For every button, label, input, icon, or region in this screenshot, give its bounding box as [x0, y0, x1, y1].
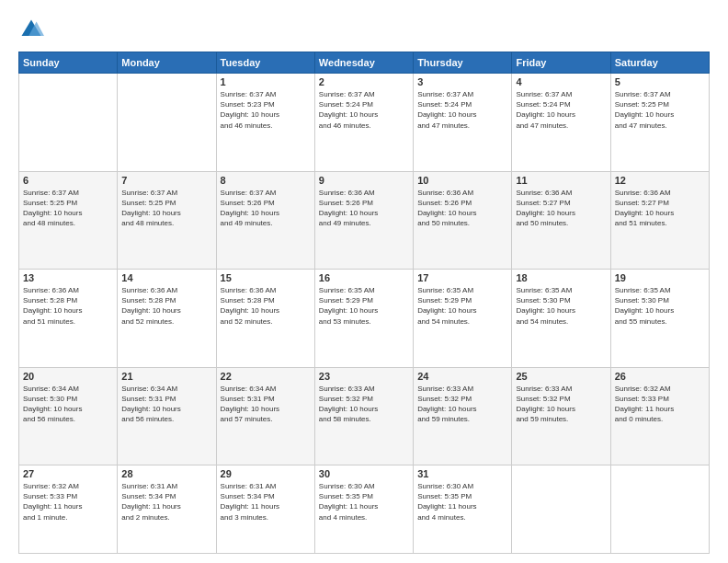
calendar-cell: 11Sunrise: 6:36 AMSunset: 5:27 PMDayligh… [512, 171, 610, 270]
calendar-cell: 13Sunrise: 6:36 AMSunset: 5:28 PMDayligh… [19, 270, 118, 368]
calendar-cell: 31Sunrise: 6:30 AMSunset: 5:35 PMDayligh… [414, 465, 512, 554]
calendar-cell: 30Sunrise: 6:30 AMSunset: 5:35 PMDayligh… [314, 465, 413, 554]
calendar-cell: 16Sunrise: 6:35 AMSunset: 5:29 PMDayligh… [314, 270, 413, 368]
cell-content: Sunrise: 6:34 AMSunset: 5:31 PMDaylight:… [221, 384, 311, 425]
calendar-cell: 1Sunrise: 6:37 AMSunset: 5:23 PMDaylight… [216, 74, 314, 172]
logo-icon [18, 17, 44, 42]
calendar-cell: 24Sunrise: 6:33 AMSunset: 5:32 PMDayligh… [414, 367, 512, 465]
calendar-week-1: 1Sunrise: 6:37 AMSunset: 5:23 PMDaylight… [19, 74, 710, 172]
day-number: 24 [417, 371, 507, 382]
cell-content: Sunrise: 6:36 AMSunset: 5:28 PMDaylight:… [23, 285, 113, 327]
calendar-cell [610, 465, 709, 554]
calendar-header-thursday: Thursday [414, 52, 512, 74]
day-number: 12 [615, 175, 705, 186]
calendar-cell: 19Sunrise: 6:35 AMSunset: 5:30 PMDayligh… [610, 270, 709, 368]
day-number: 2 [319, 76, 409, 87]
calendar-week-5: 27Sunrise: 6:32 AMSunset: 5:33 PMDayligh… [19, 465, 710, 554]
cell-content: Sunrise: 6:35 AMSunset: 5:30 PMDaylight:… [615, 285, 705, 327]
cell-content: Sunrise: 6:36 AMSunset: 5:27 PMDaylight:… [516, 188, 606, 229]
day-number: 15 [221, 272, 311, 283]
cell-content: Sunrise: 6:35 AMSunset: 5:30 PMDaylight:… [516, 285, 606, 327]
day-number: 18 [516, 272, 606, 283]
day-number: 13 [23, 272, 113, 283]
cell-content: Sunrise: 6:36 AMSunset: 5:28 PMDaylight:… [221, 285, 311, 327]
day-number: 23 [319, 371, 409, 382]
calendar-header-friday: Friday [512, 52, 610, 74]
day-number: 30 [319, 468, 409, 479]
day-number: 11 [516, 175, 606, 186]
calendar-cell: 15Sunrise: 6:36 AMSunset: 5:28 PMDayligh… [216, 270, 314, 368]
day-number: 25 [516, 371, 606, 382]
cell-content: Sunrise: 6:35 AMSunset: 5:29 PMDaylight:… [319, 285, 409, 327]
calendar-cell: 18Sunrise: 6:35 AMSunset: 5:30 PMDayligh… [512, 270, 610, 368]
calendar-cell: 26Sunrise: 6:32 AMSunset: 5:33 PMDayligh… [610, 367, 709, 465]
cell-content: Sunrise: 6:37 AMSunset: 5:24 PMDaylight:… [319, 89, 409, 131]
calendar-header-tuesday: Tuesday [216, 52, 314, 74]
cell-content: Sunrise: 6:34 AMSunset: 5:31 PMDaylight:… [121, 384, 211, 425]
cell-content: Sunrise: 6:34 AMSunset: 5:30 PMDaylight:… [23, 384, 113, 425]
cell-content: Sunrise: 6:35 AMSunset: 5:29 PMDaylight:… [417, 285, 507, 327]
calendar-cell: 21Sunrise: 6:34 AMSunset: 5:31 PMDayligh… [118, 367, 216, 465]
logo [18, 17, 48, 42]
calendar-cell: 25Sunrise: 6:33 AMSunset: 5:32 PMDayligh… [512, 367, 610, 465]
cell-content: Sunrise: 6:37 AMSunset: 5:26 PMDaylight:… [221, 188, 311, 229]
cell-content: Sunrise: 6:33 AMSunset: 5:32 PMDaylight:… [516, 384, 606, 425]
cell-content: Sunrise: 6:37 AMSunset: 5:24 PMDaylight:… [516, 89, 606, 131]
cell-content: Sunrise: 6:31 AMSunset: 5:34 PMDaylight:… [221, 481, 311, 523]
calendar-cell: 3Sunrise: 6:37 AMSunset: 5:24 PMDaylight… [414, 74, 512, 172]
calendar-cell: 28Sunrise: 6:31 AMSunset: 5:34 PMDayligh… [118, 465, 216, 554]
cell-content: Sunrise: 6:36 AMSunset: 5:28 PMDaylight:… [121, 285, 211, 327]
calendar-header-saturday: Saturday [610, 52, 709, 74]
calendar-cell: 7Sunrise: 6:37 AMSunset: 5:25 PMDaylight… [118, 171, 216, 270]
day-number: 27 [23, 468, 113, 479]
header [18, 17, 710, 42]
cell-content: Sunrise: 6:36 AMSunset: 5:27 PMDaylight:… [615, 188, 705, 229]
calendar-header-row: SundayMondayTuesdayWednesdayThursdayFrid… [19, 52, 710, 74]
calendar-cell: 4Sunrise: 6:37 AMSunset: 5:24 PMDaylight… [512, 74, 610, 172]
calendar-cell: 27Sunrise: 6:32 AMSunset: 5:33 PMDayligh… [19, 465, 118, 554]
calendar-cell: 5Sunrise: 6:37 AMSunset: 5:25 PMDaylight… [610, 74, 709, 172]
day-number: 4 [516, 76, 606, 87]
day-number: 7 [121, 175, 211, 186]
calendar-cell [118, 74, 216, 172]
day-number: 14 [121, 272, 211, 283]
day-number: 29 [221, 468, 311, 479]
calendar-cell [19, 74, 118, 172]
day-number: 21 [121, 371, 211, 382]
day-number: 22 [221, 371, 311, 382]
calendar-cell: 2Sunrise: 6:37 AMSunset: 5:24 PMDaylight… [314, 74, 413, 172]
day-number: 9 [319, 175, 409, 186]
day-number: 19 [615, 272, 705, 283]
cell-content: Sunrise: 6:37 AMSunset: 5:25 PMDaylight:… [23, 188, 113, 229]
calendar-cell: 9Sunrise: 6:36 AMSunset: 5:26 PMDaylight… [314, 171, 413, 270]
cell-content: Sunrise: 6:36 AMSunset: 5:26 PMDaylight:… [417, 188, 507, 229]
day-number: 3 [417, 76, 507, 87]
cell-content: Sunrise: 6:31 AMSunset: 5:34 PMDaylight:… [121, 481, 211, 523]
day-number: 16 [319, 272, 409, 283]
calendar-cell: 10Sunrise: 6:36 AMSunset: 5:26 PMDayligh… [414, 171, 512, 270]
page: SundayMondayTuesdayWednesdayThursdayFrid… [0, 0, 728, 563]
calendar-cell: 29Sunrise: 6:31 AMSunset: 5:34 PMDayligh… [216, 465, 314, 554]
day-number: 6 [23, 175, 113, 186]
calendar-week-3: 13Sunrise: 6:36 AMSunset: 5:28 PMDayligh… [19, 270, 710, 368]
cell-content: Sunrise: 6:33 AMSunset: 5:32 PMDaylight:… [319, 384, 409, 425]
calendar-cell [512, 465, 610, 554]
calendar-cell: 23Sunrise: 6:33 AMSunset: 5:32 PMDayligh… [314, 367, 413, 465]
day-number: 20 [23, 371, 113, 382]
calendar-table: SundayMondayTuesdayWednesdayThursdayFrid… [18, 52, 710, 554]
calendar-cell: 12Sunrise: 6:36 AMSunset: 5:27 PMDayligh… [610, 171, 709, 270]
cell-content: Sunrise: 6:30 AMSunset: 5:35 PMDaylight:… [319, 481, 409, 523]
calendar-cell: 6Sunrise: 6:37 AMSunset: 5:25 PMDaylight… [19, 171, 118, 270]
calendar-week-4: 20Sunrise: 6:34 AMSunset: 5:30 PMDayligh… [19, 367, 710, 465]
day-number: 26 [615, 371, 705, 382]
calendar-cell: 17Sunrise: 6:35 AMSunset: 5:29 PMDayligh… [414, 270, 512, 368]
cell-content: Sunrise: 6:37 AMSunset: 5:23 PMDaylight:… [221, 89, 311, 131]
calendar-header-monday: Monday [118, 52, 216, 74]
cell-content: Sunrise: 6:36 AMSunset: 5:26 PMDaylight:… [319, 188, 409, 229]
cell-content: Sunrise: 6:32 AMSunset: 5:33 PMDaylight:… [23, 481, 113, 523]
calendar-cell: 8Sunrise: 6:37 AMSunset: 5:26 PMDaylight… [216, 171, 314, 270]
calendar-cell: 20Sunrise: 6:34 AMSunset: 5:30 PMDayligh… [19, 367, 118, 465]
calendar-header-wednesday: Wednesday [314, 52, 413, 74]
day-number: 31 [417, 468, 507, 479]
cell-content: Sunrise: 6:37 AMSunset: 5:25 PMDaylight:… [121, 188, 211, 229]
